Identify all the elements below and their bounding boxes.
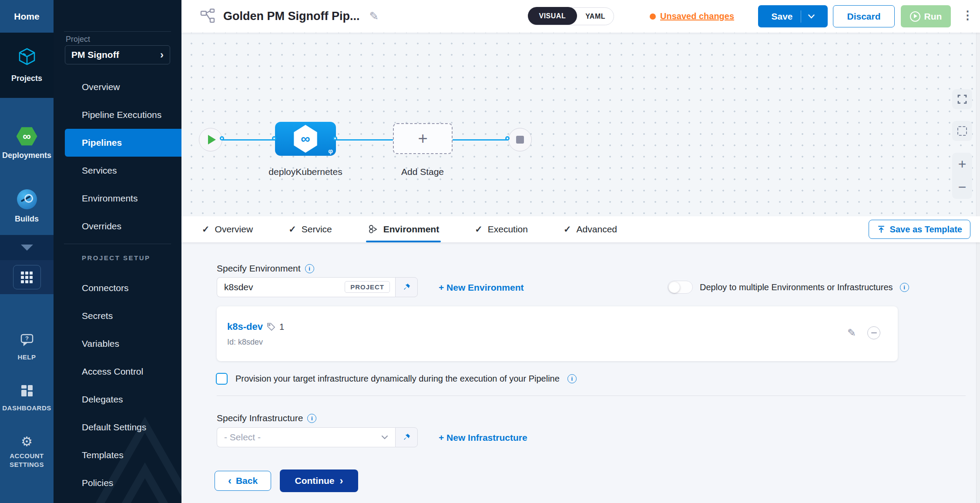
unsaved-changes-label: Unsaved changes (660, 11, 734, 21)
tab-service[interactable]: ✓ Service (289, 216, 332, 242)
project-nav-item[interactable]: Overview (54, 73, 181, 101)
nav-account-settings[interactable]: ⚙ ACCOUNT SETTINGS (0, 435, 54, 469)
start-play-icon (208, 135, 216, 144)
toggle-visual[interactable]: VISUAL (528, 7, 577, 25)
pipeline-end-node[interactable] (508, 128, 532, 151)
specify-environment-label: Specify Environment i (217, 263, 314, 274)
chevron-right-icon: › (339, 476, 343, 486)
toggle-yaml[interactable]: YAML (577, 13, 614, 20)
new-environment-link[interactable]: + New Environment (439, 282, 524, 293)
project-setup-item[interactable]: Variables (54, 330, 181, 358)
svg-text:?: ? (25, 335, 29, 342)
multi-env-toggle[interactable] (668, 281, 693, 294)
pin-button[interactable] (395, 427, 418, 447)
pipeline-title: Golden PM Signoff Pip... (223, 10, 359, 23)
back-label: Back (236, 476, 258, 486)
nav-help[interactable]: ? HELP (0, 333, 54, 362)
nav-item-label: Services (82, 165, 117, 176)
stage-type-icon: φ (328, 147, 333, 154)
add-stage-button[interactable]: + (393, 123, 453, 154)
environment-form: Specify Environment i PROJECT + New Envi… (181, 242, 980, 503)
project-nav-item[interactable]: Services (54, 157, 181, 184)
edit-pencil-icon[interactable]: ✎ (847, 327, 856, 339)
nav-dashboards[interactable]: DASHBOARDS (0, 383, 54, 412)
pin-button[interactable] (395, 277, 418, 297)
connector-dot (220, 136, 224, 141)
chevron-left-icon: ‹ (228, 476, 232, 486)
multi-env-toggle-label: Deploy to multiple Environments or Infra… (700, 282, 893, 292)
tab-overview[interactable]: ✓ Overview (202, 216, 253, 242)
project-selector[interactable]: PM Signoff › (65, 45, 170, 64)
connector-dot (333, 136, 337, 141)
environment-name-link[interactable]: k8s-dev (227, 321, 263, 332)
run-button[interactable]: Run (901, 5, 951, 27)
account-settings-label: ACCOUNT SETTINGS (5, 452, 49, 469)
project-setup-item[interactable]: Access Control (54, 358, 181, 386)
nav-deployments[interactable]: ∞ Deployments (0, 117, 54, 170)
nav-home[interactable]: Home (0, 0, 54, 33)
pipeline-canvas[interactable]: ∞ φ + deployKubernetes Add Stage (181, 33, 980, 216)
info-icon[interactable]: i (307, 414, 316, 423)
info-icon[interactable]: i (305, 264, 314, 273)
main-content: Golden PM Signoff Pip... ✎ VISUAL YAML U… (181, 0, 980, 503)
info-icon[interactable]: i (567, 374, 577, 383)
tab-environment[interactable]: Environment (368, 216, 439, 242)
builds-icon (17, 189, 37, 209)
tab-advanced[interactable]: ✓ Advanced (564, 216, 617, 242)
dashboards-label: DASHBOARDS (2, 404, 51, 412)
canvas-selection-button[interactable] (952, 121, 972, 141)
harness-watermark (80, 399, 181, 503)
project-setup-item[interactable]: Connectors (54, 274, 181, 302)
edit-title-pencil-icon[interactable]: ✎ (369, 10, 379, 23)
infrastructure-placeholder: - Select - (224, 432, 261, 443)
zoom-in-button[interactable]: + (958, 156, 967, 172)
infrastructure-select[interactable]: - Select - (217, 427, 395, 447)
environment-card-actions: ✎ (847, 326, 880, 339)
projects-label: Projects (11, 74, 42, 84)
environment-input[interactable] (224, 282, 329, 292)
canvas-zoom-controls: + − (952, 153, 972, 199)
project-nav-item[interactable]: Pipeline Executions (54, 101, 181, 129)
tab-execution[interactable]: ✓ Execution (475, 216, 528, 242)
project-nav-list: Overview Pipeline Executions Pipelines S… (54, 73, 181, 240)
remove-minus-icon[interactable] (867, 326, 880, 339)
builds-label: Builds (15, 214, 39, 224)
save-as-template-button[interactable]: Save as Template (869, 220, 970, 239)
rail-collapse-strip[interactable] (0, 235, 54, 260)
toggle-knob (669, 282, 680, 293)
project-nav-item[interactable]: Environments (54, 184, 181, 212)
save-button[interactable]: Save (758, 5, 828, 27)
environment-id: Id: k8sdev (227, 338, 263, 347)
upload-icon (877, 225, 886, 234)
module-switcher-button[interactable] (13, 265, 41, 289)
back-button[interactable]: ‹ Back (215, 471, 271, 491)
project-setup-item[interactable]: Secrets (54, 302, 181, 330)
nav-item-label: Connectors (82, 283, 128, 293)
project-nav-item[interactable]: Overrides (54, 212, 181, 240)
provision-checkbox-label: Provision your target infrastructure dyn… (235, 374, 560, 384)
selected-project-name: PM Signoff (71, 50, 119, 60)
discard-button[interactable]: Discard (833, 5, 895, 27)
nav-item-label: Overview (82, 82, 120, 92)
multi-env-toggle-row: Deploy to multiple Environments or Infra… (668, 281, 909, 294)
stage-node-deploy[interactable]: ∞ φ (275, 122, 336, 156)
project-section-label: Project (66, 35, 90, 44)
more-options-kebab-icon[interactable]: ⋮ (962, 10, 973, 21)
unsaved-changes[interactable]: Unsaved changes (650, 0, 734, 33)
nav-projects[interactable]: Projects (0, 33, 54, 98)
canvas-fit-button[interactable] (952, 89, 972, 109)
project-nav-item[interactable]: Pipelines (65, 129, 181, 157)
environment-card: k8s-dev 1 Id: k8sdev ✎ (217, 306, 898, 361)
chevron-down-icon[interactable] (808, 14, 815, 19)
pipeline-start-node[interactable] (199, 128, 222, 151)
info-icon[interactable]: i (900, 283, 909, 292)
provision-checkbox[interactable] (216, 373, 228, 385)
visual-yaml-toggle[interactable]: VISUAL YAML (528, 7, 614, 25)
chevron-down-icon (21, 245, 33, 251)
continue-button[interactable]: Continue › (280, 469, 358, 492)
nav-builds[interactable]: Builds (0, 181, 54, 233)
zoom-out-button[interactable]: − (958, 179, 967, 195)
new-infrastructure-link[interactable]: + New Infrastructure (439, 433, 527, 443)
scrollbar-track[interactable] (976, 33, 980, 503)
tab-label: Overview (215, 224, 253, 235)
